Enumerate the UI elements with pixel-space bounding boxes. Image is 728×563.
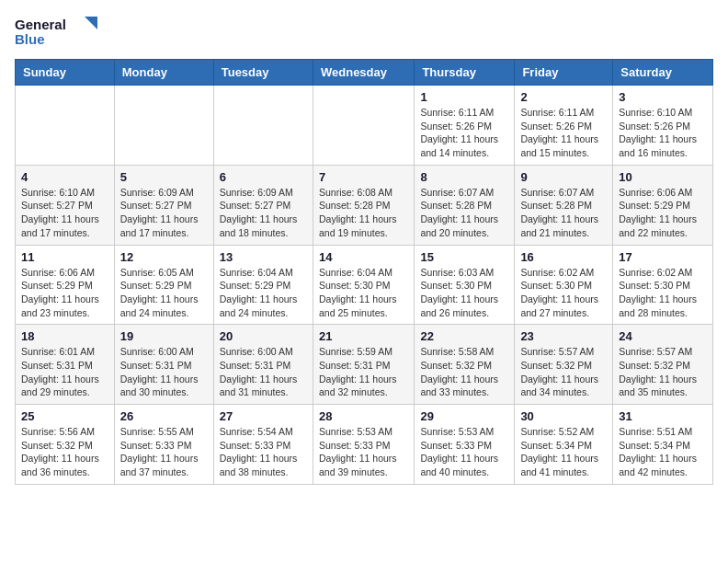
day-number: 17 (619, 250, 707, 264)
day-number: 12 (120, 250, 208, 264)
calendar-cell: 21Sunrise: 5:59 AM Sunset: 5:31 PM Dayli… (313, 325, 414, 405)
day-info: Sunrise: 5:57 AM Sunset: 5:32 PM Dayligh… (619, 345, 707, 399)
calendar-cell: 25Sunrise: 5:56 AM Sunset: 5:32 PM Dayli… (16, 405, 115, 485)
calendar-cell: 18Sunrise: 6:01 AM Sunset: 5:31 PM Dayli… (16, 325, 115, 405)
calendar-cell (16, 86, 115, 166)
weekday-header: Tuesday (213, 60, 313, 86)
day-info: Sunrise: 6:09 AM Sunset: 5:27 PM Dayligh… (220, 186, 307, 240)
calendar-cell: 6Sunrise: 6:09 AM Sunset: 5:27 PM Daylig… (213, 165, 313, 245)
day-number: 4 (21, 170, 108, 184)
day-number: 11 (21, 250, 108, 264)
calendar-cell (213, 86, 313, 166)
calendar-cell: 26Sunrise: 5:55 AM Sunset: 5:33 PM Dayli… (114, 405, 213, 485)
calendar-cell: 16Sunrise: 6:02 AM Sunset: 5:30 PM Dayli… (515, 245, 613, 325)
day-info: Sunrise: 6:05 AM Sunset: 5:29 PM Dayligh… (120, 266, 208, 320)
calendar-cell: 5Sunrise: 6:09 AM Sunset: 5:27 PM Daylig… (114, 165, 213, 245)
calendar-table: SundayMondayTuesdayWednesdayThursdayFrid… (15, 59, 713, 485)
calendar-cell: 14Sunrise: 6:04 AM Sunset: 5:30 PM Dayli… (313, 245, 414, 325)
day-number: 10 (619, 170, 707, 184)
weekday-header: Sunday (16, 60, 115, 86)
day-number: 2 (520, 90, 607, 104)
calendar-cell: 31Sunrise: 5:51 AM Sunset: 5:34 PM Dayli… (613, 405, 713, 485)
day-number: 21 (319, 329, 408, 343)
calendar-cell: 13Sunrise: 6:04 AM Sunset: 5:29 PM Dayli… (213, 245, 313, 325)
weekday-header: Monday (114, 60, 213, 86)
weekday-header: Wednesday (313, 60, 414, 86)
day-number: 29 (420, 409, 508, 423)
day-number: 5 (120, 170, 208, 184)
page-header: General Blue (15, 15, 713, 48)
day-number: 13 (220, 250, 307, 264)
day-info: Sunrise: 5:54 AM Sunset: 5:33 PM Dayligh… (220, 425, 307, 479)
day-info: Sunrise: 6:09 AM Sunset: 5:27 PM Dayligh… (120, 186, 208, 240)
calendar-cell: 4Sunrise: 6:10 AM Sunset: 5:27 PM Daylig… (16, 165, 115, 245)
day-info: Sunrise: 6:10 AM Sunset: 5:27 PM Dayligh… (21, 186, 108, 240)
calendar-header-row: SundayMondayTuesdayWednesdayThursdayFrid… (16, 60, 713, 86)
day-info: Sunrise: 6:02 AM Sunset: 5:30 PM Dayligh… (520, 266, 607, 320)
calendar-week-row: 1Sunrise: 6:11 AM Sunset: 5:26 PM Daylig… (16, 86, 713, 166)
calendar-cell: 17Sunrise: 6:02 AM Sunset: 5:30 PM Dayli… (613, 245, 713, 325)
day-number: 27 (220, 409, 307, 423)
calendar-cell (114, 86, 213, 166)
day-info: Sunrise: 6:07 AM Sunset: 5:28 PM Dayligh… (420, 186, 508, 240)
calendar-week-row: 18Sunrise: 6:01 AM Sunset: 5:31 PM Dayli… (16, 325, 713, 405)
calendar-week-row: 11Sunrise: 6:06 AM Sunset: 5:29 PM Dayli… (16, 245, 713, 325)
day-number: 20 (220, 329, 307, 343)
calendar-cell: 11Sunrise: 6:06 AM Sunset: 5:29 PM Dayli… (16, 245, 115, 325)
day-info: Sunrise: 5:53 AM Sunset: 5:33 PM Dayligh… (319, 425, 408, 479)
calendar-cell: 3Sunrise: 6:10 AM Sunset: 5:26 PM Daylig… (613, 86, 713, 166)
calendar-cell: 27Sunrise: 5:54 AM Sunset: 5:33 PM Dayli… (213, 405, 313, 485)
day-info: Sunrise: 6:04 AM Sunset: 5:30 PM Dayligh… (319, 266, 408, 320)
weekday-header: Friday (515, 60, 613, 86)
weekday-header: Thursday (415, 60, 515, 86)
day-info: Sunrise: 6:01 AM Sunset: 5:31 PM Dayligh… (21, 345, 108, 399)
day-number: 7 (319, 170, 408, 184)
calendar-cell: 24Sunrise: 5:57 AM Sunset: 5:32 PM Dayli… (613, 325, 713, 405)
day-info: Sunrise: 6:03 AM Sunset: 5:30 PM Dayligh… (420, 266, 508, 320)
calendar-cell: 8Sunrise: 6:07 AM Sunset: 5:28 PM Daylig… (415, 165, 515, 245)
day-info: Sunrise: 6:07 AM Sunset: 5:28 PM Dayligh… (520, 186, 607, 240)
day-info: Sunrise: 6:00 AM Sunset: 5:31 PM Dayligh… (220, 345, 307, 399)
calendar-cell: 20Sunrise: 6:00 AM Sunset: 5:31 PM Dayli… (213, 325, 313, 405)
calendar-cell: 9Sunrise: 6:07 AM Sunset: 5:28 PM Daylig… (515, 165, 613, 245)
day-number: 23 (520, 329, 607, 343)
day-info: Sunrise: 6:06 AM Sunset: 5:29 PM Dayligh… (619, 186, 707, 240)
day-number: 8 (420, 170, 508, 184)
calendar-cell: 7Sunrise: 6:08 AM Sunset: 5:28 PM Daylig… (313, 165, 414, 245)
day-info: Sunrise: 6:00 AM Sunset: 5:31 PM Dayligh… (120, 345, 208, 399)
day-number: 28 (319, 409, 408, 423)
day-number: 30 (520, 409, 607, 423)
svg-text:General: General (15, 17, 66, 32)
day-info: Sunrise: 5:52 AM Sunset: 5:34 PM Dayligh… (520, 425, 607, 479)
day-info: Sunrise: 5:53 AM Sunset: 5:33 PM Dayligh… (420, 425, 508, 479)
day-number: 25 (21, 409, 108, 423)
svg-text:Blue: Blue (15, 31, 45, 47)
day-number: 26 (120, 409, 208, 423)
calendar-cell: 12Sunrise: 6:05 AM Sunset: 5:29 PM Dayli… (114, 245, 213, 325)
svg-marker-2 (85, 17, 97, 29)
calendar-cell: 2Sunrise: 6:11 AM Sunset: 5:26 PM Daylig… (515, 86, 613, 166)
logo-svg: General Blue (15, 15, 97, 48)
calendar-week-row: 4Sunrise: 6:10 AM Sunset: 5:27 PM Daylig… (16, 165, 713, 245)
day-info: Sunrise: 5:56 AM Sunset: 5:32 PM Dayligh… (21, 425, 108, 479)
day-info: Sunrise: 6:06 AM Sunset: 5:29 PM Dayligh… (21, 266, 108, 320)
day-number: 14 (319, 250, 408, 264)
day-number: 18 (21, 329, 108, 343)
calendar-cell: 30Sunrise: 5:52 AM Sunset: 5:34 PM Dayli… (515, 405, 613, 485)
calendar-cell: 29Sunrise: 5:53 AM Sunset: 5:33 PM Dayli… (415, 405, 515, 485)
calendar-cell: 1Sunrise: 6:11 AM Sunset: 5:26 PM Daylig… (415, 86, 515, 166)
day-number: 24 (619, 329, 707, 343)
calendar-cell: 28Sunrise: 5:53 AM Sunset: 5:33 PM Dayli… (313, 405, 414, 485)
calendar-week-row: 25Sunrise: 5:56 AM Sunset: 5:32 PM Dayli… (16, 405, 713, 485)
day-info: Sunrise: 6:02 AM Sunset: 5:30 PM Dayligh… (619, 266, 707, 320)
day-info: Sunrise: 6:04 AM Sunset: 5:29 PM Dayligh… (220, 266, 307, 320)
day-number: 15 (420, 250, 508, 264)
day-info: Sunrise: 6:10 AM Sunset: 5:26 PM Dayligh… (619, 106, 707, 160)
day-number: 1 (420, 90, 508, 104)
calendar-cell: 23Sunrise: 5:57 AM Sunset: 5:32 PM Dayli… (515, 325, 613, 405)
day-number: 31 (619, 409, 707, 423)
day-info: Sunrise: 5:58 AM Sunset: 5:32 PM Dayligh… (420, 345, 508, 399)
calendar-cell: 19Sunrise: 6:00 AM Sunset: 5:31 PM Dayli… (114, 325, 213, 405)
day-number: 19 (120, 329, 208, 343)
day-info: Sunrise: 5:55 AM Sunset: 5:33 PM Dayligh… (120, 425, 208, 479)
